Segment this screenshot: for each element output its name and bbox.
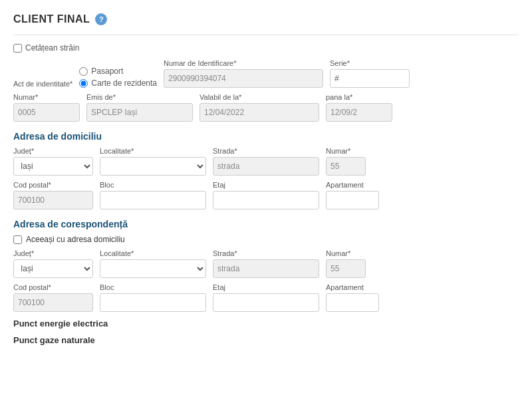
domiciliu-etaj-label: Etaj — [213, 181, 319, 189]
act-identitate-field: Act de indentitate* — [13, 80, 72, 88]
domiciliu-bloc-input[interactable] — [100, 191, 206, 209]
help-icon[interactable]: ? — [95, 13, 107, 25]
domiciliu-bloc-field: Bloc — [100, 181, 206, 209]
page-container: CLIENT FINAL ? Cetățean străin Act de in… — [0, 0, 532, 399]
corespondenta-row1: Județ* Iași Localitate* Strada* Numar* — [13, 249, 519, 278]
corespondenta-strada-label: Strada* — [213, 249, 319, 257]
pasaport-radio[interactable] — [79, 67, 88, 76]
validity-row: Numar* Emis de* Valabil de la* pana la* — [13, 93, 519, 122]
domiciliu-judet-select[interactable]: Iași — [13, 157, 93, 176]
corespondenta-etaj-input[interactable] — [213, 293, 319, 312]
carte-rezidenta-label: Carte de rezidenta — [91, 78, 157, 88]
corespondenta-judet-select[interactable]: Iași — [13, 259, 93, 278]
corespondenta-apartament-field: Apartament — [326, 283, 379, 312]
valabil-de-la-input[interactable] — [200, 103, 319, 122]
emis-de-field: Emis de* — [86, 93, 193, 122]
domiciliu-localitate-field: Localitate* — [100, 147, 206, 176]
corespondenta-etaj-field: Etaj — [213, 283, 319, 312]
same-address-row: Aceeași cu adresa domiciliu — [13, 235, 519, 244]
pasaport-label: Pasaport — [91, 66, 123, 76]
domiciliu-localitate-select[interactable] — [100, 157, 206, 176]
id-document-row: Act de indentitate* Pasaport Carte de re… — [13, 59, 519, 88]
corespondenta-strada-input[interactable] — [213, 259, 319, 278]
serie-input[interactable] — [330, 69, 410, 88]
domiciliu-numar-label: Numar* — [326, 147, 366, 155]
serie-field: Serie* — [330, 59, 410, 88]
corespondenta-localitate-select[interactable] — [100, 259, 206, 278]
domiciliu-cod-postal-label: Cod postal* — [13, 181, 93, 189]
corespondenta-strada-field: Strada* — [213, 249, 319, 278]
page-header: CLIENT FINAL ? — [13, 7, 519, 35]
domiciliu-numar-input[interactable] — [326, 157, 366, 176]
cetatean-strain-text: Cetățean străin — [25, 43, 79, 53]
corespondenta-numar-field: Numar* — [326, 249, 366, 278]
serie-label: Serie* — [330, 59, 410, 67]
numar-identificare-field: Numar de Identificare* — [164, 59, 323, 88]
cetatean-strain-row: Cetățean străin — [13, 43, 519, 53]
corespondenta-judet-label: Județ* — [13, 249, 93, 257]
same-address-checkbox[interactable] — [13, 235, 22, 244]
carte-rezidenta-option[interactable]: Carte de rezidenta — [79, 78, 157, 88]
domiciliu-strada-label: Strada* — [213, 147, 319, 155]
domiciliu-judet-field: Județ* Iași — [13, 147, 93, 176]
corespondenta-cod-postal-label: Cod postal* — [13, 283, 93, 291]
gaze-naturale-title: Punct gaze naturale — [13, 335, 519, 345]
adresa-corespondenta-title: Adresa de corespondență — [13, 219, 519, 229]
domiciliu-judet-label: Județ* — [13, 147, 93, 155]
corespondenta-bloc-field: Bloc — [100, 283, 206, 312]
corespondenta-localitate-field: Localitate* — [100, 249, 206, 278]
corespondenta-bloc-input[interactable] — [100, 293, 206, 312]
pana-la-field: pana la* — [326, 93, 392, 122]
corespondenta-apartament-input[interactable] — [326, 293, 379, 312]
domiciliu-localitate-label: Localitate* — [100, 147, 206, 155]
domiciliu-etaj-input[interactable] — [213, 191, 319, 209]
corespondenta-numar-label: Numar* — [326, 249, 366, 257]
carte-rezidenta-radio[interactable] — [79, 79, 88, 88]
pana-la-label: pana la* — [326, 93, 392, 101]
emis-de-label: Emis de* — [86, 93, 193, 101]
same-address-label: Aceeași cu adresa domiciliu — [26, 235, 125, 244]
corespondenta-cod-postal-field: Cod postal* — [13, 283, 93, 312]
energie-electrica-title: Punct energie electrica — [13, 319, 519, 329]
domiciliu-numar-field: Numar* — [326, 147, 366, 176]
radio-group: Pasaport Carte de rezidenta — [79, 66, 157, 88]
domiciliu-row2: Cod postal* Bloc Etaj Apartament — [13, 181, 519, 209]
corespondenta-judet-field: Județ* Iași — [13, 249, 93, 278]
numar-input[interactable] — [13, 103, 80, 122]
domiciliu-strada-field: Strada* — [213, 147, 319, 176]
numar-identificare-label: Numar de Identificare* — [164, 59, 323, 67]
corespondenta-row2: Cod postal* Bloc Etaj Apartament — [13, 283, 519, 312]
valabil-de-la-label: Valabil de la* — [200, 93, 319, 101]
domiciliu-etaj-field: Etaj — [213, 181, 319, 209]
page-title: CLIENT FINAL — [13, 13, 90, 25]
domiciliu-bloc-label: Bloc — [100, 181, 206, 189]
pana-la-input[interactable] — [326, 103, 392, 122]
cetatean-strain-label[interactable]: Cetățean străin — [13, 43, 79, 53]
cetatean-strain-checkbox[interactable] — [13, 44, 22, 53]
numar-label: Numar* — [13, 93, 80, 101]
act-identitate-label: Act de indentitate* — [13, 80, 72, 88]
numar-identificare-input[interactable] — [164, 69, 323, 88]
corespondenta-bloc-label: Bloc — [100, 283, 206, 291]
corespondenta-localitate-label: Localitate* — [100, 249, 206, 257]
domiciliu-cod-postal-input[interactable] — [13, 191, 93, 209]
corespondenta-etaj-label: Etaj — [213, 283, 319, 291]
corespondenta-cod-postal-input[interactable] — [13, 293, 93, 312]
adresa-domiciliu-title: Adresa de domiciliu — [13, 131, 519, 142]
domiciliu-apartament-input[interactable] — [326, 191, 379, 209]
corespondenta-numar-input[interactable] — [326, 259, 366, 278]
domiciliu-apartament-label: Apartament — [326, 181, 379, 189]
corespondenta-apartament-label: Apartament — [326, 283, 379, 291]
pasaport-option[interactable]: Pasaport — [79, 66, 157, 76]
domiciliu-cod-postal-field: Cod postal* — [13, 181, 93, 209]
numar-field: Numar* — [13, 93, 80, 122]
domiciliu-apartament-field: Apartament — [326, 181, 379, 209]
emis-de-input[interactable] — [86, 103, 193, 122]
valabil-de-la-field: Valabil de la* — [200, 93, 319, 122]
domiciliu-strada-input[interactable] — [213, 157, 319, 176]
domiciliu-row1: Județ* Iași Localitate* Strada* Numar* — [13, 147, 519, 176]
